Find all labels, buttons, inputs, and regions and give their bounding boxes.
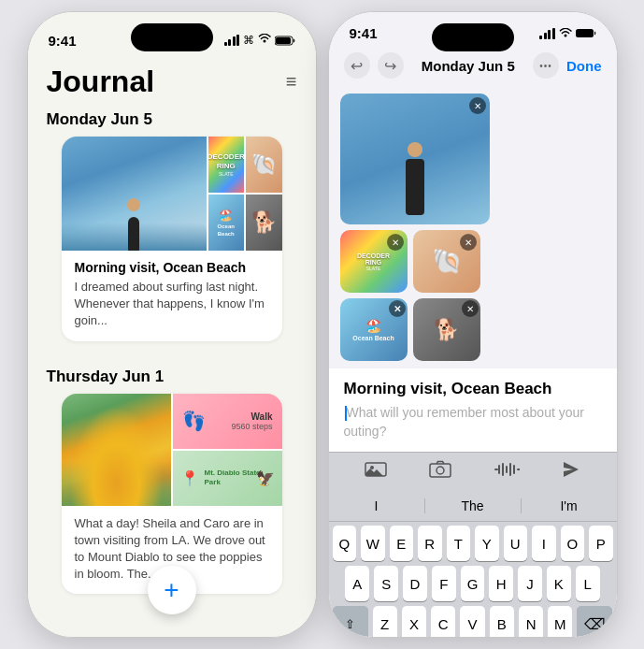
- status-time-2: 9:41: [350, 25, 378, 41]
- date-label-monday: Monday Jun 5: [47, 110, 297, 129]
- dog-photo: 🐕: [246, 195, 282, 251]
- key-o[interactable]: O: [561, 526, 585, 561]
- journal-title: Journal: [47, 65, 155, 99]
- key-n[interactable]: N: [519, 606, 543, 637]
- key-u[interactable]: U: [504, 526, 528, 561]
- key-p[interactable]: P: [589, 526, 613, 561]
- editor-photos-area: ✕ DECODER RING SLATE ✕: [329, 86, 617, 368]
- flowers-photo: [62, 394, 171, 506]
- key-r[interactable]: R: [418, 526, 442, 561]
- card-text-ocean-beach: Morning visit, Ocean Beach I dreamed abo…: [62, 251, 282, 341]
- dynamic-island-2: [432, 23, 514, 51]
- walk-card: 👣 Walk 9560 steps: [173, 394, 282, 449]
- svg-rect-5: [430, 464, 451, 477]
- camera-button[interactable]: [429, 460, 451, 483]
- phone-2-screen: 9:41 ↩: [329, 12, 617, 637]
- key-e[interactable]: E: [390, 526, 414, 561]
- redo-button[interactable]: ↪: [378, 52, 404, 79]
- key-h[interactable]: H: [489, 566, 513, 601]
- key-s[interactable]: S: [374, 566, 398, 601]
- remove-ocean-photo-btn[interactable]: ✕: [389, 300, 406, 317]
- key-x[interactable]: X: [402, 606, 426, 637]
- seashell-photo: 🐚: [246, 137, 282, 193]
- editor-ocean-photo: 🏖️ Ocean Beach ✕: [340, 298, 408, 361]
- diablo-card: 📍 Mt. Diablo State Park 🦅: [173, 451, 282, 506]
- journal-header: Journal ≡: [28, 61, 316, 107]
- keyboard-row-1: Q W E R T Y U I O P: [333, 526, 613, 561]
- shift-key[interactable]: ⇧: [333, 606, 368, 637]
- key-q[interactable]: Q: [333, 526, 357, 561]
- remove-dog-photo-btn[interactable]: ✕: [462, 300, 479, 317]
- wifi-icon-2: [559, 28, 572, 38]
- phone-1-screen: 9:41 ⌘: [28, 12, 316, 637]
- pred-word-3[interactable]: I'm: [522, 498, 617, 513]
- key-d[interactable]: D: [403, 566, 427, 601]
- key-z[interactable]: Z: [373, 606, 397, 637]
- decoder-ring-photo: DECODER RING SLATE: [208, 137, 245, 193]
- photos-top-row: DECODER RING SLATE 🐚: [208, 137, 282, 193]
- battery-icon-1: [275, 36, 295, 46]
- walk-label: Walk: [231, 411, 272, 422]
- svg-rect-1: [276, 37, 291, 44]
- pred-word-1[interactable]: I: [329, 498, 425, 513]
- send-button[interactable]: [562, 460, 580, 483]
- entry-prompt: What will you remember most about your o…: [344, 404, 602, 440]
- card-photos-ocean-beach: DECODER RING SLATE 🐚 🏖️: [62, 137, 282, 251]
- key-b[interactable]: B: [490, 606, 514, 637]
- svg-rect-2: [576, 29, 594, 37]
- key-t[interactable]: T: [447, 526, 471, 561]
- key-y[interactable]: Y: [475, 526, 499, 561]
- undo-button[interactable]: ↩: [344, 52, 370, 79]
- more-options-button[interactable]: •••: [533, 52, 559, 79]
- photos-right-col: DECODER RING SLATE 🐚 🏖️: [208, 137, 282, 251]
- keyboard-row-2: A S D F G H J K L: [333, 566, 613, 601]
- filter-icon[interactable]: ≡: [286, 71, 297, 93]
- phone-2: 9:41 ↩: [328, 11, 618, 638]
- signal-icon-2: [539, 28, 555, 39]
- waveform-button[interactable]: [494, 461, 520, 483]
- editor-dog-photo: 🐕 ✕: [413, 298, 480, 361]
- key-v[interactable]: V: [460, 606, 484, 637]
- journal-card-diablo[interactable]: 👣 Walk 9560 steps 📍 Mt. Diablo State Par…: [62, 394, 282, 595]
- keyboard-toolbar: [329, 452, 617, 491]
- editor-main-photo: ✕: [340, 94, 490, 224]
- plus-icon: +: [164, 575, 179, 605]
- remove-shell-photo-btn[interactable]: ✕: [460, 234, 477, 251]
- editor-decoder-photo: DECODER RING SLATE ✕: [340, 230, 408, 293]
- remove-main-photo-btn[interactable]: ✕: [469, 97, 486, 114]
- editor-small-photos: DECODER RING SLATE ✕ 🐚 ✕: [340, 230, 480, 361]
- key-k[interactable]: K: [547, 566, 571, 601]
- key-f[interactable]: F: [432, 566, 456, 601]
- key-c[interactable]: C: [431, 606, 455, 637]
- footprints-icon: 👣: [182, 410, 206, 432]
- wifi-icon-1: ⌘: [243, 34, 270, 47]
- key-i[interactable]: I: [532, 526, 556, 561]
- card-body-ocean-beach: I dreamed about surfing last night. When…: [75, 279, 269, 330]
- editor-text-area[interactable]: Morning visit, Ocean Beach What will you…: [329, 368, 617, 452]
- key-j[interactable]: J: [518, 566, 542, 601]
- phone-1: 9:41 ⌘: [27, 11, 317, 638]
- date-label-thursday: Thursday Jun 1: [47, 368, 297, 386]
- card-photos-diablo: 👣 Walk 9560 steps 📍 Mt. Diablo State Par…: [62, 394, 282, 506]
- delete-key[interactable]: ⌫: [577, 606, 612, 637]
- key-a[interactable]: A: [345, 566, 369, 601]
- photos-bottom-row: 🏖️ Ocean Beach 🐕: [208, 195, 282, 251]
- date-section-monday: Monday Jun 5: [28, 107, 316, 364]
- journal-card-ocean-beach[interactable]: DECODER RING SLATE 🐚 🏖️: [62, 137, 282, 341]
- done-button[interactable]: Done: [566, 58, 602, 74]
- key-g[interactable]: G: [461, 566, 485, 601]
- key-m[interactable]: M: [548, 606, 572, 637]
- status-icons-1: ⌘: [224, 34, 295, 47]
- pred-word-2[interactable]: The: [425, 498, 522, 513]
- svg-point-4: [370, 466, 374, 469]
- key-w[interactable]: W: [361, 526, 385, 561]
- photo-library-button[interactable]: [365, 460, 387, 483]
- key-l[interactable]: L: [576, 566, 600, 601]
- add-entry-fab[interactable]: +: [148, 566, 196, 614]
- card-title-ocean-beach: Morning visit, Ocean Beach: [75, 260, 269, 275]
- remove-decoder-photo-btn[interactable]: ✕: [387, 234, 404, 251]
- editor-small-photos-row1: DECODER RING SLATE ✕ 🐚 ✕: [340, 230, 480, 293]
- predictive-text-bar: I The I'm: [329, 491, 617, 522]
- editor-small-photos-row2: 🏖️ Ocean Beach ✕ 🐕 ✕: [340, 298, 480, 361]
- keyboard: Q W E R T Y U I O P A S D F G: [329, 522, 617, 637]
